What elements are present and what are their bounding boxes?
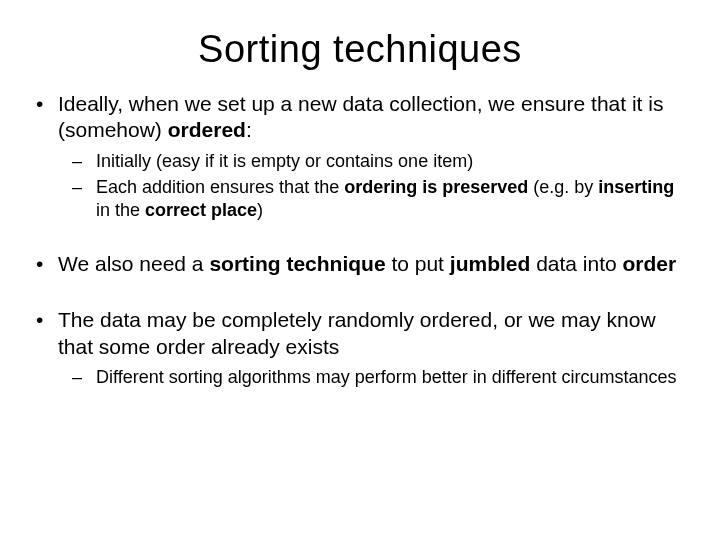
sub-bullet-text: in the: [96, 200, 145, 220]
slide-title: Sorting techniques: [30, 28, 690, 71]
sub-bullet-item: Each addition ensures that the ordering …: [58, 176, 690, 221]
sub-bullet-text: (e.g. by: [528, 177, 598, 197]
slide: Sorting techniques Ideally, when we set …: [0, 0, 720, 540]
bold-text: jumbled: [450, 252, 531, 275]
bold-text: sorting technique: [209, 252, 385, 275]
bold-text: ordered: [168, 118, 246, 141]
sub-bullet-item: Different sorting algorithms may perform…: [58, 366, 690, 389]
bold-text: ordering is preserved: [344, 177, 528, 197]
bullet-text: We also need a: [58, 252, 209, 275]
sub-bullet-text: Different sorting algorithms may perform…: [96, 367, 677, 387]
sub-bullet-text: Initially (easy if it is empty or contai…: [96, 151, 473, 171]
sub-bullet-list: Initially (easy if it is empty or contai…: [58, 150, 690, 222]
bullet-text: The data may be completely randomly orde…: [58, 308, 656, 357]
sub-bullet-list: Different sorting algorithms may perform…: [58, 366, 690, 389]
bold-text: inserting: [598, 177, 674, 197]
bullet-list: Ideally, when we set up a new data colle…: [30, 91, 690, 388]
bullet-text: to put: [386, 252, 450, 275]
bullet-item: We also need a sorting technique to put …: [30, 251, 690, 277]
sub-bullet-item: Initially (easy if it is empty or contai…: [58, 150, 690, 173]
sub-bullet-text: Each addition ensures that the: [96, 177, 344, 197]
bullet-text: data into: [530, 252, 622, 275]
bullet-item: Ideally, when we set up a new data colle…: [30, 91, 690, 221]
bold-text: correct place: [145, 200, 257, 220]
sub-bullet-text: ): [257, 200, 263, 220]
bullet-text: :: [246, 118, 252, 141]
bullet-text: Ideally, when we set up a new data colle…: [58, 92, 663, 141]
bold-text: order: [623, 252, 677, 275]
bullet-item: The data may be completely randomly orde…: [30, 307, 690, 388]
